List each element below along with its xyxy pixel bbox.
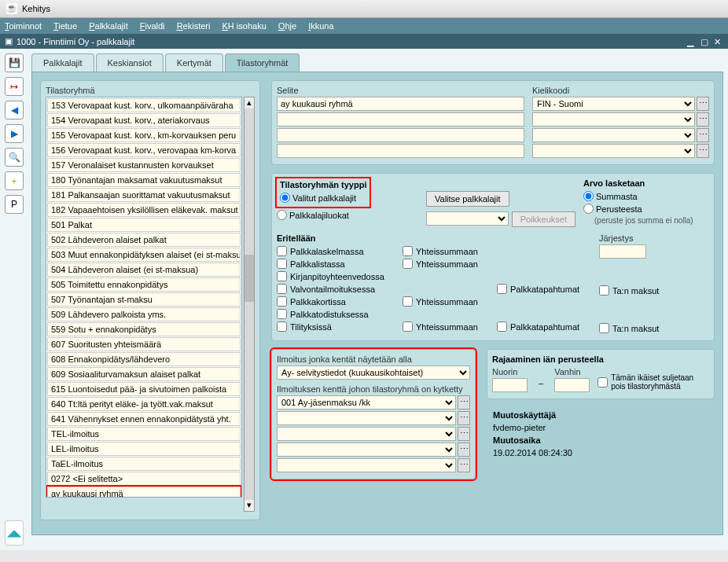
save-icon[interactable]: 💾: [5, 53, 24, 72]
selite-input-4[interactable]: [277, 144, 524, 158]
kielikoodi-lookup-4[interactable]: ⋯: [697, 144, 709, 158]
menu-fivaldi[interactable]: Fivaldi: [140, 21, 165, 31]
cb-kirjanpito[interactable]: [277, 271, 287, 281]
kielikoodi-select-4[interactable]: [532, 144, 695, 158]
kielikoodi-lookup-2[interactable]: ⋯: [697, 112, 709, 127]
list-item[interactable]: 180 Työnantajan maksamat vakuutusmaksut: [47, 173, 241, 187]
cb-valvonta[interactable]: [277, 284, 287, 294]
kentta-select-3[interactable]: [277, 427, 456, 441]
kielikoodi-select-1[interactable]: FIN - Suomi: [532, 97, 695, 111]
list-item[interactable]: TEL-ilmoitus: [47, 427, 241, 441]
maximize-icon[interactable]: ▢: [700, 37, 710, 46]
tab-tilastoryhmat[interactable]: Tilastoryhmät: [225, 53, 300, 72]
add-icon[interactable]: ＋: [5, 171, 24, 190]
logo-icon[interactable]: ◢◣: [5, 520, 24, 545]
cb-suljetaan[interactable]: [597, 377, 608, 388]
list-item[interactable]: 504 Lähdeveron alaiset (ei st-maksua): [47, 263, 241, 277]
list-item[interactable]: 181 Palkansaajan suorittamat vakuutusmak…: [47, 188, 241, 202]
prev-icon[interactable]: ◀: [5, 101, 24, 119]
luokka-select[interactable]: [426, 211, 509, 226]
kentta-select-5[interactable]: [277, 458, 456, 472]
list-item[interactable]: 154 Verovapaat kust. korv., ateriakorvau…: [47, 113, 241, 127]
menu-tietue[interactable]: Tietue: [53, 21, 77, 31]
selite-input-2[interactable]: [277, 112, 524, 127]
list-item[interactable]: 509 Lähdevero palkoista yms.: [47, 307, 241, 321]
cb-t2[interactable]: [599, 323, 609, 333]
list-item[interactable]: 502 Lähdeveron alaiset palkat: [47, 233, 241, 247]
ilmoitus-combo1[interactable]: Ay- selvitystiedot (kuukausikohtaiset): [277, 365, 470, 380]
list-item[interactable]: 505 Toimitettu ennakonpidätys: [47, 277, 241, 292]
menu-toiminnot[interactable]: Toiminnot: [5, 21, 42, 31]
list-item[interactable]: 641 Vähennykset ennen ennakonpidätystä y…: [47, 412, 241, 426]
list-item[interactable]: 607 Suoritusten yhteismäärä: [47, 337, 241, 351]
exit-icon[interactable]: ↦: [5, 77, 24, 96]
list-item[interactable]: 609 Sosiaaliturvamaksun alaiset palkat: [47, 367, 241, 381]
p-button[interactable]: P: [5, 195, 24, 214]
cb-palkkakortissa[interactable]: [277, 296, 287, 307]
list-item[interactable]: 153 Verovapaat kust. korv., ulkomaanpäiv…: [47, 98, 241, 112]
list-item[interactable]: 0272 <Ei selitetta>: [47, 472, 241, 486]
list-item[interactable]: 507 Työnantajan st-maksu: [47, 292, 241, 307]
cb-y2[interactable]: [403, 259, 413, 269]
kentta-select-1[interactable]: 001 Ay-jäsenmaksu /kk: [277, 395, 456, 410]
kentta-lookup-1[interactable]: ⋯: [458, 395, 470, 410]
list-item[interactable]: 640 Tt:ltä perityt eläke- ja tyött.vak.m…: [47, 397, 241, 411]
tyyppi-radio-valitut[interactable]: [280, 193, 290, 203]
tab-kertymat[interactable]: Kertymät: [165, 53, 223, 72]
list-item[interactable]: 503 Muut ennakonpidätyksen alaiset (ei s…: [47, 248, 241, 262]
list-item[interactable]: 157 Veronalaiset kustannusten korvaukset: [47, 158, 241, 172]
menu-ikkuna[interactable]: Ikkuna: [308, 21, 333, 31]
cb-y3[interactable]: [403, 296, 413, 307]
list-item[interactable]: 615 Luontoisedut pää- ja sivutoimen palk…: [47, 382, 241, 396]
list-item[interactable]: 608 Ennakonpidätys/lähdevero: [47, 352, 241, 366]
tyyppi-radio-luokat[interactable]: [277, 210, 287, 220]
valitse-palkkalajit-button[interactable]: Valitse palkkalajit: [426, 191, 509, 207]
selite-input-3[interactable]: [277, 128, 524, 142]
list-item[interactable]: 182 Vapaaehtoisen yksilöllisen eläkevak.…: [47, 203, 241, 217]
search-icon[interactable]: 🔍: [5, 148, 24, 167]
minimize-icon[interactable]: ▁: [687, 37, 697, 46]
arvo-radio-perusteesta[interactable]: [583, 204, 594, 214]
kentta-lookup-3[interactable]: ⋯: [458, 427, 470, 441]
list-item[interactable]: ay kuukausi ryhmä: [47, 487, 241, 498]
kentta-lookup-5[interactable]: ⋯: [458, 458, 470, 472]
list-item[interactable]: 155 Verovapaat kust. korv., km-korvaukse…: [47, 128, 241, 142]
menu-rekisteri[interactable]: Rekisteri: [177, 21, 211, 31]
vanhin-input[interactable]: [554, 378, 590, 392]
kielikoodi-lookup-3[interactable]: ⋯: [697, 128, 709, 142]
selite-input-1[interactable]: [277, 97, 524, 111]
cb-palkkalaskelmassa[interactable]: [277, 246, 287, 256]
menu-palkkalajit[interactable]: Palkkalajit: [89, 21, 128, 31]
next-icon[interactable]: ▶: [5, 124, 24, 143]
cb-palkkatodistus[interactable]: [277, 309, 287, 319]
cb-p1[interactable]: [497, 284, 507, 294]
cb-tilityksissa[interactable]: [277, 321, 287, 332]
jarjestys-input[interactable]: [599, 244, 646, 259]
list-item[interactable]: TaEL-ilmoitus: [47, 457, 241, 471]
cb-y1[interactable]: [403, 246, 413, 256]
list-item[interactable]: LEL-ilmoitus: [47, 442, 241, 456]
arvo-radio-summasta[interactable]: [583, 191, 594, 201]
nuorin-input[interactable]: [492, 378, 528, 392]
tab-keskiansiot[interactable]: Keskiansiot: [96, 53, 164, 72]
list-item[interactable]: 156 Verovapaat kust. korv., verovapaa km…: [47, 143, 241, 157]
kentta-select-2[interactable]: [277, 411, 456, 425]
list-item[interactable]: 501 Palkat: [47, 218, 241, 232]
list-item[interactable]: 559 Sotu + ennakonpidätys: [47, 322, 241, 336]
poikkeukset-button[interactable]: Poikkeukset: [512, 211, 575, 227]
menu-kh[interactable]: KH isohaku: [222, 21, 267, 31]
list-scrollbar[interactable]: ▴ ▾: [244, 97, 255, 512]
kentta-select-4[interactable]: [277, 443, 456, 457]
close-icon[interactable]: ✕: [714, 37, 723, 46]
menu-ohje[interactable]: Ohje: [278, 21, 296, 31]
cb-palkkalistassa[interactable]: [277, 259, 287, 269]
kentta-lookup-2[interactable]: ⋯: [458, 411, 470, 425]
kielikoodi-lookup-1[interactable]: ⋯: [697, 97, 709, 111]
tab-palkkalajit[interactable]: Palkkalajit: [31, 53, 94, 72]
kielikoodi-select-2[interactable]: [532, 112, 695, 127]
cb-t1[interactable]: [599, 285, 609, 296]
kentta-lookup-4[interactable]: ⋯: [458, 443, 470, 457]
kielikoodi-select-3[interactable]: [532, 128, 695, 142]
cb-y4[interactable]: [403, 321, 413, 332]
tilastoryhma-listbox[interactable]: 153 Verovapaat kust. korv., ulkomaanpäiv…: [46, 97, 242, 498]
